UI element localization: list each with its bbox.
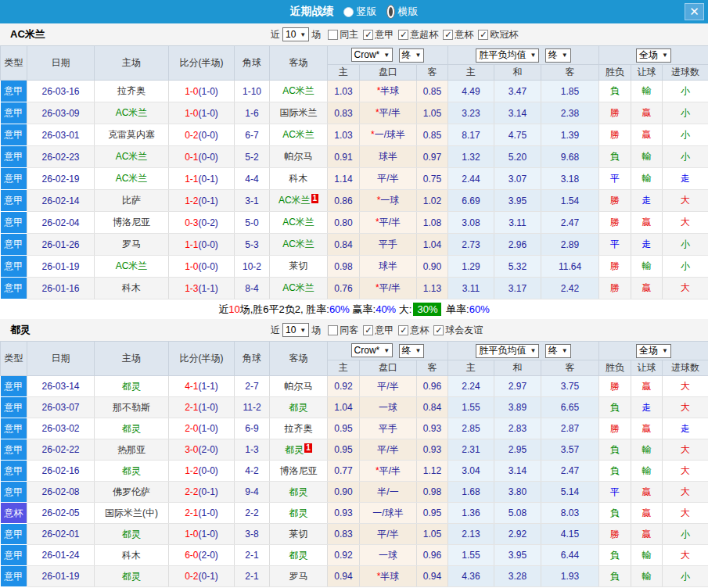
col-header-type: 类型	[1, 46, 27, 81]
vertical-layout-label[interactable]: 竖版	[357, 5, 377, 19]
mean-time-select[interactable]: 终▼	[545, 48, 571, 63]
result-cell: 平	[599, 234, 631, 256]
horizontal-layout-label[interactable]: 横版	[398, 5, 419, 19]
bookmaker-select[interactable]: Crow*▼	[351, 343, 394, 357]
filter-option[interactable]: 同主	[328, 28, 358, 41]
halftime-score: (1-0)	[199, 86, 218, 97]
away-odds-cell: 1.04	[417, 234, 448, 256]
fulltime-select[interactable]: 全场▼	[636, 344, 671, 358]
goals-result-cell: 小	[663, 234, 708, 256]
home-odds-cell: 0.92	[328, 376, 360, 397]
col-header-score: 比分(半场)	[169, 342, 235, 376]
sub-header-handicap-result: 让球	[631, 360, 663, 376]
home-odds-cell: 0.76	[328, 278, 360, 299]
checked-checkbox-icon[interactable]: ✓	[398, 325, 408, 335]
goals-result-cell: 大	[663, 482, 708, 503]
match-count-select[interactable]: 10▼	[282, 323, 309, 337]
score-cell: 2-1(1-0)	[169, 397, 235, 418]
home-team-cell: 博洛尼亚	[95, 212, 169, 234]
home-team-cell: 罗马	[95, 234, 169, 256]
draw-mean-cell: 2.97	[494, 376, 541, 397]
close-icon[interactable]: ✕	[685, 3, 704, 20]
handicap-cell: *一球	[360, 190, 417, 212]
mean-type-select[interactable]: 胜平负均值▼	[476, 344, 539, 358]
vertical-layout-radio[interactable]	[343, 7, 354, 17]
halftime-score: (1-0)	[199, 529, 218, 540]
filter-option[interactable]: 同客	[328, 324, 358, 337]
home-team-cell: 都灵	[95, 461, 169, 482]
chevron-down-icon: ▼	[415, 52, 422, 59]
handicap-cell: *平/半	[360, 212, 417, 234]
handicap-cell: 平手	[360, 418, 417, 439]
league-cell: 意甲	[1, 81, 27, 102]
score-cell: 1-1(0-1)	[169, 168, 235, 190]
mean-type-select[interactable]: 胜平负均值▼	[476, 48, 539, 63]
match-count-select[interactable]: 10▼	[282, 27, 309, 41]
filter-option[interactable]: ✓意杯	[443, 28, 473, 41]
matches-table-torino: 类型 日期 主场 比分(半场) 角球 客场 Crow*▼ 终▼ 胜平负均值▼ 终…	[0, 341, 708, 587]
checked-checkbox-icon[interactable]: ✓	[478, 30, 488, 40]
sub-header-handicap: 盘口	[360, 65, 417, 81]
match-row: 意甲26-01-26罗马1-1(0-0)5-3AC米兰0.84平手1.042.7…	[1, 234, 708, 256]
fulltime-score: 1-2	[185, 465, 198, 476]
result-cell: 勝	[599, 376, 631, 397]
bookmaker-select[interactable]: Crow*▼	[351, 48, 394, 62]
halftime-score: (1-0)	[199, 402, 218, 413]
odds-group-header: Crow*▼ 终▼	[328, 46, 448, 65]
away-odds-cell: 0.94	[417, 566, 448, 587]
filter-option[interactable]: ✓球会友谊	[433, 324, 483, 337]
handicap-label: 平/半	[379, 217, 401, 228]
goals-result-cell: 大	[663, 503, 708, 524]
away-team-cell: AC米兰	[270, 81, 328, 102]
col-header-home: 主场	[95, 46, 169, 81]
filter-option[interactable]: ✓欧冠杯	[478, 28, 518, 41]
score-cell: 0-2(0-1)	[169, 566, 235, 587]
filter-option[interactable]: ✓意甲	[363, 28, 394, 41]
league-cell: 意甲	[1, 524, 27, 545]
checked-checkbox-icon[interactable]: ✓	[363, 30, 373, 40]
handicap-cell: *半球	[360, 566, 417, 587]
chevron-down-icon: ▼	[562, 347, 568, 354]
score-cell: 3-0(2-0)	[169, 439, 235, 461]
team-label: 比萨	[122, 195, 141, 206]
corner-cell: 1-3	[235, 439, 270, 461]
filter-option[interactable]: ✓意超杯	[398, 28, 438, 41]
filter-option[interactable]: ✓意甲	[363, 324, 394, 337]
team-label: 都灵	[122, 381, 141, 392]
home-mean-cell: 1.68	[448, 482, 494, 503]
away-team-cell: 帕尔马	[270, 146, 328, 168]
home-odds-cell: 0.91	[328, 146, 360, 168]
filter-option[interactable]: ✓意杯	[398, 324, 429, 337]
chevron-down-icon: ▼	[383, 347, 390, 354]
draw-mean-cell: 5.20	[494, 146, 541, 168]
team-label: 都灵	[122, 571, 141, 582]
unchecked-checkbox-icon[interactable]	[328, 30, 338, 40]
home-team-cell: AC米兰	[95, 256, 169, 278]
chevron-down-icon: ▼	[415, 347, 422, 354]
mean-time-select[interactable]: 终▼	[545, 344, 571, 358]
away-mean-cell: 1.85	[541, 81, 599, 102]
handicap-result-cell: 輸	[631, 256, 663, 278]
checked-checkbox-icon[interactable]: ✓	[398, 30, 408, 40]
home-odds-cell: 0.84	[328, 234, 360, 256]
odds-time-select[interactable]: 终▼	[399, 344, 425, 358]
draw-mean-cell: 3.07	[494, 168, 541, 190]
horizontal-layout-radio[interactable]	[386, 5, 395, 19]
fulltime-select[interactable]: 全场▼	[636, 48, 671, 63]
filter-option-label: 意甲	[375, 324, 394, 337]
checked-checkbox-icon[interactable]: ✓	[433, 325, 444, 335]
checked-checkbox-icon[interactable]: ✓	[363, 325, 373, 335]
unchecked-checkbox-icon[interactable]	[328, 325, 338, 335]
away-odds-cell: 1.05	[417, 102, 448, 124]
goals-result-cell: 大	[663, 439, 708, 461]
home-team-cell: AC米兰	[95, 102, 169, 124]
odds-time-select[interactable]: 终▼	[399, 48, 425, 63]
near-label: 近	[271, 324, 280, 337]
draw-mean-cell: 4.75	[494, 124, 541, 146]
league-cell: 意甲	[1, 482, 27, 503]
checked-checkbox-icon[interactable]: ✓	[443, 30, 453, 40]
league-cell: 意甲	[1, 461, 27, 482]
halftime-score: (0-1)	[199, 486, 218, 497]
away-team-cell: 帕尔马	[270, 376, 328, 397]
team-label: 热那亚	[117, 444, 146, 455]
